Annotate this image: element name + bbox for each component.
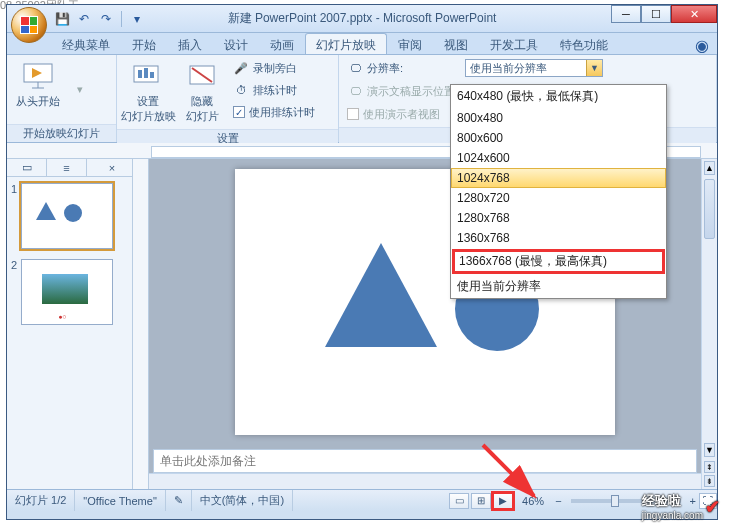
- vertical-scrollbar[interactable]: ▲ ▼ ⇞ ⇟: [701, 159, 717, 489]
- thumb-number: 1: [11, 183, 17, 249]
- use-rehearsed-label: 使用排练计时: [249, 105, 315, 120]
- undo-icon[interactable]: ↶: [75, 10, 93, 28]
- record-narration-button[interactable]: 🎤 录制旁白: [231, 58, 317, 78]
- tab-review[interactable]: 审阅: [387, 33, 433, 54]
- save-icon[interactable]: 💾: [53, 10, 71, 28]
- quick-access-toolbar: 💾 ↶ ↷ ▾: [53, 10, 146, 28]
- clock-icon: ⏱: [233, 82, 249, 98]
- setup-icon: [132, 60, 164, 92]
- resolution-option-highlighted[interactable]: 1366x768 (最慢，最高保真): [455, 252, 662, 271]
- resolution-label: 分辨率:: [367, 61, 403, 76]
- hide-slide-label: 隐藏 幻灯片: [186, 94, 219, 124]
- setup-stack: 🎤 录制旁白 ⏱ 排练计时 ✓ 使用排练计时: [231, 58, 317, 122]
- hide-slide-button[interactable]: 隐藏 幻灯片: [177, 58, 227, 126]
- show-on-label: 演示文稿显示位置:: [367, 84, 458, 99]
- tab-classic-menu[interactable]: 经典菜单: [51, 33, 121, 54]
- next-slide-icon[interactable]: ⇟: [704, 475, 715, 487]
- tab-animations[interactable]: 动画: [259, 33, 305, 54]
- prev-slide-icon[interactable]: ⇞: [704, 461, 715, 473]
- group-start-slideshow: 从头开始 ▾ 开始放映幻灯片: [7, 55, 117, 142]
- microphone-icon: 🎤: [233, 60, 249, 76]
- tab-home[interactable]: 开始: [121, 33, 167, 54]
- qat-separator: [121, 11, 122, 27]
- chevron-down-icon[interactable]: ▼: [586, 60, 602, 76]
- monitor-location-icon: 🖵: [347, 83, 363, 99]
- watermark-text: 经验啦: [642, 492, 703, 510]
- zoom-out-button[interactable]: −: [552, 495, 564, 507]
- notes-pane[interactable]: 单击此处添加备注: [153, 449, 697, 473]
- title-bar: 💾 ↶ ↷ ▾ 新建 PowerPoint 2007.pptx - Micros…: [7, 5, 717, 33]
- scroll-thumb[interactable]: [704, 179, 715, 239]
- status-bar: 幻灯片 1/2 "Office Theme" ✎ 中文(简体，中国) ▭ ⊞ ▶…: [7, 489, 717, 511]
- status-slide-number: 幻灯片 1/2: [7, 490, 75, 511]
- tab-features[interactable]: 特色功能: [549, 33, 619, 54]
- scroll-up-icon[interactable]: ▲: [704, 161, 715, 175]
- resolution-dropdown: 640x480 (最快，最低保真) 800x480 800x600 1024x6…: [450, 84, 667, 299]
- normal-view-button[interactable]: ▭: [449, 493, 469, 509]
- thumb-number: 2: [11, 259, 17, 325]
- status-theme: "Office Theme": [75, 490, 165, 511]
- maximize-button[interactable]: ☐: [641, 5, 671, 23]
- slide-thumbnail-2[interactable]: 2 ●○: [11, 259, 128, 325]
- rehearse-timings-label: 排练计时: [253, 83, 297, 98]
- zoom-percent[interactable]: 46%: [514, 490, 552, 511]
- status-spellcheck-icon[interactable]: ✎: [166, 490, 192, 511]
- presentation-icon: [22, 60, 54, 92]
- svg-rect-5: [138, 70, 142, 78]
- tab-slideshow[interactable]: 幻灯片放映: [305, 33, 387, 54]
- svg-rect-7: [150, 72, 154, 78]
- status-language[interactable]: 中文(简体，中国): [192, 490, 293, 511]
- help-icon[interactable]: ◉: [687, 33, 717, 54]
- watermark-url: jingyanla.com: [642, 510, 703, 521]
- office-button[interactable]: [11, 7, 47, 43]
- checkbox-unchecked-icon: [347, 108, 359, 120]
- watermark: 经验啦 jingyanla.com ✔: [642, 492, 720, 521]
- resolution-option[interactable]: 1280x720: [451, 188, 666, 208]
- use-rehearsed-timings-checkbox[interactable]: ✓ 使用排练计时: [231, 102, 317, 122]
- redo-icon[interactable]: ↷: [97, 10, 115, 28]
- resolution-option-selected[interactable]: 1024x768: [451, 168, 666, 188]
- sorter-view-button[interactable]: ⊞: [471, 493, 491, 509]
- tab-design[interactable]: 设计: [213, 33, 259, 54]
- slideshow-view-button[interactable]: ▶: [493, 493, 513, 509]
- resolution-option[interactable]: 800x600: [451, 128, 666, 148]
- slides-tab-icon[interactable]: ▭: [7, 159, 47, 176]
- window-title: 新建 PowerPoint 2007.pptx - Microsoft Powe…: [228, 10, 497, 27]
- rehearse-timings-button[interactable]: ⏱ 排练计时: [231, 80, 317, 100]
- resolution-row: 🖵 分辨率: 使用当前分辨率 ▼: [345, 58, 605, 78]
- outline-tab-icon[interactable]: ≡: [47, 159, 87, 176]
- from-beginning-button[interactable]: 从头开始: [13, 58, 63, 111]
- qat-dropdown-icon[interactable]: ▾: [128, 10, 146, 28]
- window-controls: ─ ☐ ✕: [611, 5, 717, 23]
- setup-slideshow-button[interactable]: 设置 幻灯片放映: [123, 58, 173, 126]
- monitor-icon: 🖵: [347, 60, 363, 76]
- resolution-option[interactable]: 1360x768: [451, 228, 666, 248]
- thumb-preview: [21, 183, 113, 249]
- resolution-option[interactable]: 1280x768: [451, 208, 666, 228]
- ribbon-tabs: 经典菜单 开始 插入 设计 动画 幻灯片放映 审阅 视图 开发工具 特色功能 ◉: [7, 33, 717, 55]
- setup-label: 设置 幻灯片放映: [121, 94, 176, 124]
- checkbox-checked-icon: ✓: [233, 106, 245, 118]
- slide-thumbnails: 1 2 ●○: [7, 177, 132, 489]
- resolution-option[interactable]: 640x480 (最快，最低保真): [451, 85, 666, 108]
- resolution-option[interactable]: 800x480: [451, 108, 666, 128]
- minimize-button[interactable]: ─: [611, 5, 641, 23]
- slide-panel-tabs: ▭ ≡ ×: [7, 159, 132, 177]
- resolution-option[interactable]: 1024x600: [451, 148, 666, 168]
- close-panel-icon[interactable]: ×: [92, 159, 132, 176]
- tab-developer[interactable]: 开发工具: [479, 33, 549, 54]
- group-setup: 设置 幻灯片放映 隐藏 幻灯片 🎤 录制旁白 ⏱ 排练计时: [117, 55, 339, 142]
- horizontal-scrollbar[interactable]: [149, 473, 717, 489]
- scroll-down-icon[interactable]: ▼: [704, 443, 715, 457]
- triangle-shape[interactable]: [325, 243, 437, 347]
- zoom-slider-knob[interactable]: [611, 495, 619, 507]
- tab-view[interactable]: 视图: [433, 33, 479, 54]
- slide-thumbnail-1[interactable]: 1: [11, 183, 128, 249]
- slide-panel: ▭ ≡ × 1 2 ●○: [7, 159, 133, 489]
- tab-insert[interactable]: 插入: [167, 33, 213, 54]
- resolution-combo[interactable]: 使用当前分辨率 ▼: [465, 59, 603, 77]
- close-button[interactable]: ✕: [671, 5, 717, 23]
- resolution-combo-value: 使用当前分辨率: [470, 61, 547, 76]
- hide-slide-icon: [186, 60, 218, 92]
- resolution-option[interactable]: 使用当前分辨率: [451, 275, 666, 298]
